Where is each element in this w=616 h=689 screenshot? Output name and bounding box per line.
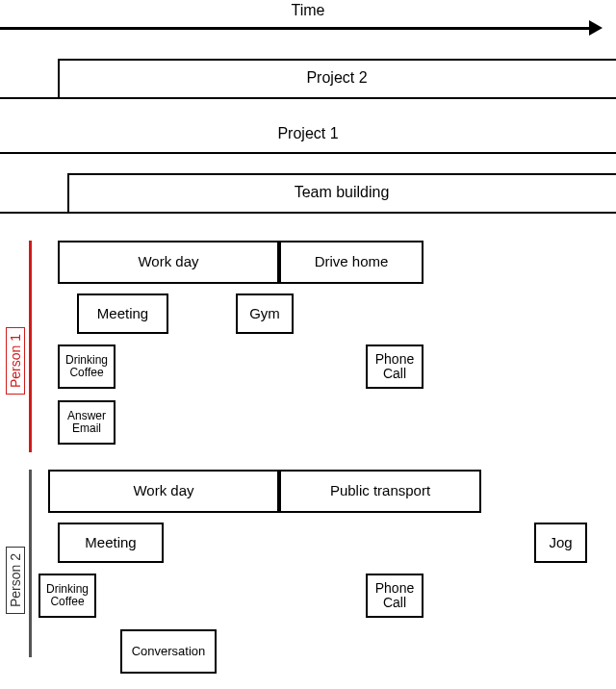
p1-work-day: Work day	[58, 241, 279, 284]
p2-jog: Jog	[534, 523, 587, 563]
p1-work-day-label: Work day	[138, 254, 198, 270]
p2-work-day-label: Work day	[133, 483, 193, 499]
p1-answer-email: Answer Email	[58, 400, 116, 445]
p2-drinking-coffee: Drinking Coffee	[38, 574, 96, 618]
p1-meeting: Meeting	[77, 293, 168, 334]
p2-conversation-label: Conversation	[132, 645, 206, 658]
p2-work-day: Work day	[48, 470, 279, 513]
p1-drive-home: Drive home	[279, 241, 424, 284]
person1-label-text: Person 1	[6, 327, 25, 395]
project1-baseline	[0, 152, 616, 154]
project2-label: Project 2	[58, 59, 616, 97]
project1-label: Project 1	[0, 115, 616, 152]
p1-drinking-coffee: Drinking Coffee	[58, 344, 116, 389]
person2-rail	[29, 470, 32, 657]
p2-public-transport: Public transport	[279, 470, 481, 513]
person1-label: Person 1	[6, 308, 25, 395]
p1-phone-call-label: Phone Call	[368, 352, 422, 382]
timeline-diagram: Time Project 2 Project 1 Team building P…	[0, 0, 616, 689]
person2-label-text: Person 2	[6, 547, 25, 614]
time-arrow-line	[0, 27, 597, 30]
p2-drinking-coffee-label: Drinking Coffee	[40, 583, 94, 608]
p1-drinking-coffee-label: Drinking Coffee	[60, 354, 114, 379]
p1-gym-label: Gym	[249, 306, 280, 322]
p1-answer-email-label: Answer Email	[60, 410, 114, 435]
p2-conversation: Conversation	[120, 629, 217, 674]
p1-gym: Gym	[236, 293, 294, 334]
p1-phone-call: Phone Call	[366, 344, 424, 389]
p2-jog-label: Jog	[549, 535, 572, 551]
p2-phone-call: Phone Call	[366, 574, 424, 618]
person2-label: Person 2	[6, 527, 25, 614]
person1-rail	[29, 241, 32, 452]
p2-public-transport-label: Public transport	[330, 483, 430, 499]
project2-baseline	[0, 97, 616, 99]
time-axis-label: Time	[0, 2, 616, 19]
p2-phone-call-label: Phone Call	[368, 581, 422, 611]
p1-meeting-label: Meeting	[97, 306, 148, 322]
time-arrow-head-icon	[589, 20, 603, 36]
p1-drive-home-label: Drive home	[315, 254, 389, 270]
p2-meeting: Meeting	[58, 523, 164, 563]
team-building-label: Team building	[67, 173, 616, 212]
team-building-baseline	[0, 212, 616, 214]
p2-meeting-label: Meeting	[85, 535, 136, 551]
